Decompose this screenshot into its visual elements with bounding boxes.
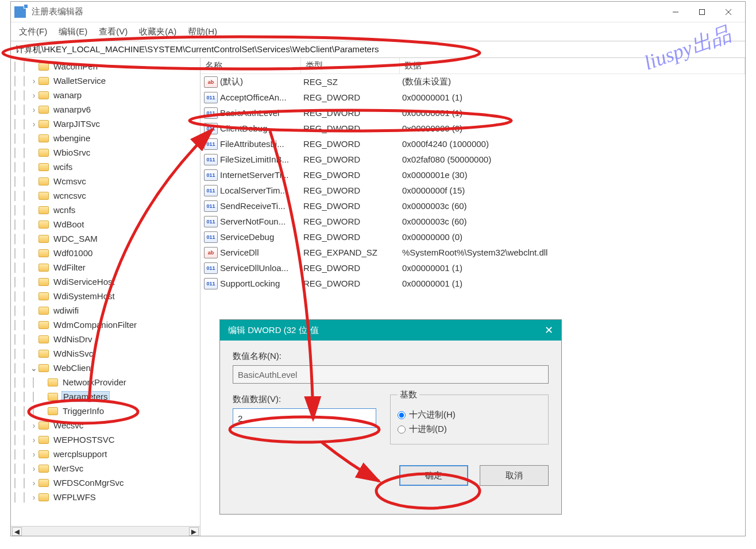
scroll-right-icon[interactable]: ► [189,527,199,536]
radio-hex-input[interactable] [398,411,406,419]
tree-label: WerSvc [52,463,84,473]
tree-item-wecsvc[interactable]: ││Wecsvc [11,418,200,432]
radio-hex[interactable]: 十六进制(H) [398,409,541,420]
col-name[interactable]: 名称 [200,58,301,74]
dialog-close-icon[interactable]: ✕ [545,324,553,337]
col-type[interactable]: 类型 [301,58,400,74]
tree-label: Wdf01000 [52,248,94,258]
folder-icon [38,63,49,71]
col-data[interactable]: 数据 [400,58,745,74]
tree-item-wdiwifi[interactable]: ││wdiwifi [11,303,200,318]
radio-dec-input[interactable] [398,426,406,434]
value-row[interactable]: 011ServiceDebugREG_DWORD0x00000000 (0) [200,229,745,245]
value-row[interactable]: 011LocalServerTim...REG_DWORD0x0000000f … [200,183,745,198]
tree-item-wanarp[interactable]: ││wanarp [11,88,200,102]
scroll-left-icon[interactable]: ◄ [12,527,22,536]
tree-item-wephostsvc[interactable]: ││WEPHOSTSVC [11,432,200,447]
value-row[interactable]: 011ClientDebugREG_DWORD0x00000000 (0) [200,121,745,136]
tree-item-walletservice[interactable]: ││WalletService [11,74,200,88]
ok-button[interactable]: 确定 [399,465,468,486]
caret-icon[interactable] [29,435,38,444]
menu-edit[interactable]: 编辑(E) [53,26,93,37]
value-name: ServerNotFoun... [220,216,303,226]
minimize-button[interactable] [662,2,689,22]
tree-item-wdisystemhost[interactable]: ││WdiSystemHost [11,289,200,303]
menu-fav[interactable]: 收藏夹(A) [133,26,182,37]
tree-item-wfplwfs[interactable]: ││WFPLWFS [11,490,200,504]
caret-icon[interactable] [29,492,38,502]
caret-icon[interactable] [29,463,38,473]
tree-item-wdf01000[interactable]: ││Wdf01000 [11,246,200,260]
tree-item-triggerinfo[interactable]: │││TriggerInfo [11,404,200,418]
value-type: REG_DWORD [303,185,402,195]
tree-item-wersvc[interactable]: ││WerSvc [11,461,200,475]
tree-item-wacompen[interactable]: ││WacomPen [11,59,200,74]
value-row[interactable]: ab(默认)REG_SZ(数值未设置) [200,74,745,90]
cancel-button[interactable]: 取消 [480,465,549,486]
scrollbar-horizontal[interactable]: ◄ ► [11,526,200,536]
value-row[interactable]: 011ServerNotFoun...REG_DWORD0x0000003c (… [200,214,745,229]
value-row[interactable]: 011ServiceDllUnloa...REG_DWORD0x00000001… [200,260,745,276]
value-row[interactable]: 011InternetServerTi...REG_DWORD0x0000001… [200,167,745,183]
value-row[interactable]: 011BasicAuthLevelREG_DWORD0x00000001 (1) [200,105,745,121]
caret-icon[interactable] [29,363,38,373]
tree-item-wdboot[interactable]: ││WdBoot [11,217,200,231]
tree-item-wfdsconmgrsvc[interactable]: ││WFDSConMgrSvc [11,475,200,490]
tree-item-wbiosrvc[interactable]: ││WbioSrvc [11,145,200,160]
tree-item-wcifs[interactable]: ││wcifs [11,160,200,174]
base-fieldset: 基数 十六进制(H) 十进制(D) [390,389,549,444]
value-data-label: 数值数据(V): [233,394,376,405]
value-row[interactable]: 011FileAttributesLi...REG_DWORD0x000f424… [200,136,745,152]
tree-item-wcncsvc[interactable]: ││wcncsvc [11,188,200,203]
tree-item-wdfilter[interactable]: ││WdFilter [11,260,200,274]
address-input[interactable] [16,45,740,55]
value-data: 0x00000000 (0) [402,123,745,133]
menu-view[interactable]: 查看(V) [93,26,133,37]
menu-file[interactable]: 文件(F) [13,26,53,37]
maximize-button[interactable] [689,2,715,22]
tree-item-webclient[interactable]: ││WebClient [11,361,200,375]
value-data-input[interactable] [233,408,376,428]
value-name-label: 数值名称(N): [233,351,549,362]
tree-item-wdiservicehost[interactable]: ││WdiServiceHost [11,274,200,289]
dword-icon: 011 [204,169,218,181]
menu-help[interactable]: 帮助(H) [182,26,223,37]
caret-icon[interactable] [29,105,38,114]
titlebar[interactable]: 注册表编辑器 [11,2,745,22]
caret-icon[interactable] [29,478,38,488]
tree-item-warpjitsvc[interactable]: ││WarpJITSvc [11,117,200,131]
tree-item-wdc_sam[interactable]: ││WDC_SAM [11,231,200,246]
tree-item-wanarpv6[interactable]: ││wanarpv6 [11,102,200,117]
caret-icon[interactable] [29,76,38,86]
tree-view[interactable]: ││WacomPen││WalletService││wanarp││wanar… [11,58,200,526]
caret-icon[interactable] [29,449,38,459]
caret-icon[interactable] [29,90,38,100]
tree-label: WDC_SAM [52,234,99,243]
value-row[interactable]: 011SupportLockingREG_DWORD0x00000001 (1) [200,276,745,291]
dword-icon: 011 [204,185,218,196]
caret-icon[interactable] [29,420,38,430]
close-button[interactable] [715,2,742,22]
dialog-titlebar[interactable]: 编辑 DWORD (32 位)值 ✕ [220,320,561,341]
tree-item-wcmsvc[interactable]: ││Wcmsvc [11,174,200,188]
tree-item-wercplsupport[interactable]: ││wercplsupport [11,447,200,461]
tree-item-parameters[interactable]: │││Parameters [11,389,200,404]
folder-icon [48,407,58,415]
list-header[interactable]: 名称 类型 数据 [200,58,745,74]
value-row[interactable]: 011AcceptOfficeAn...REG_DWORD0x00000001 … [200,90,745,105]
tree-item-wbengine[interactable]: ││wbengine [11,131,200,145]
value-row[interactable]: 011SendReceiveTi...REG_DWORD0x0000003c (… [200,198,745,214]
value-data: (数值未设置) [402,76,745,87]
address-bar[interactable] [11,41,745,58]
folder-icon [38,134,49,142]
value-row[interactable]: abServiceDllREG_EXPAND_SZ%SystemRoot%\Sy… [200,245,745,260]
radio-dec[interactable]: 十进制(D) [398,424,541,435]
folder-icon [38,436,49,444]
caret-icon[interactable] [29,119,38,129]
tree-item-networkprovider[interactable]: │││NetworkProvider [11,375,200,389]
tree-item-wdnissvc[interactable]: ││WdNisSvc [11,346,200,361]
tree-item-wcnfs[interactable]: ││wcnfs [11,203,200,217]
value-row[interactable]: 011FileSizeLimitInB...REG_DWORD0x02faf08… [200,152,745,167]
tree-item-wdnisdrv[interactable]: ││WdNisDrv [11,332,200,346]
tree-item-wdmcompanionfilter[interactable]: ││WdmCompanionFilter [11,318,200,332]
